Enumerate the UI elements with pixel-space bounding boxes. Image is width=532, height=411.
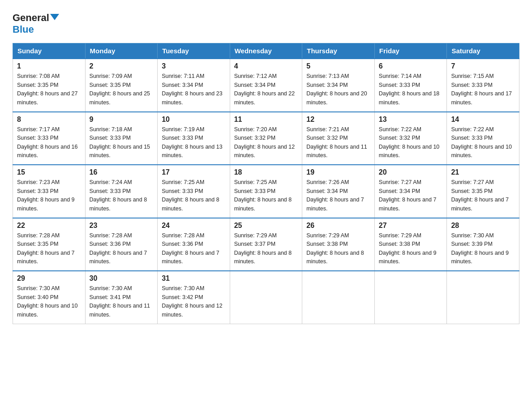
- day-number: 31: [162, 274, 226, 283]
- calendar-header-row: Sunday Monday Tuesday Wednesday Thursday…: [13, 43, 519, 59]
- day-number: 1: [17, 62, 81, 70]
- calendar-cell: 22 Sunrise: 7:28 AMSunset: 3:35 PMDaylig…: [13, 218, 86, 271]
- day-info: Sunrise: 7:08 AMSunset: 3:35 PMDaylight:…: [17, 72, 81, 107]
- day-number: 28: [451, 222, 515, 230]
- calendar-cell: [302, 271, 375, 324]
- calendar-cell: 8 Sunrise: 7:17 AMSunset: 3:33 PMDayligh…: [13, 112, 86, 165]
- day-number: 24: [162, 222, 226, 230]
- day-number: 5: [306, 62, 370, 70]
- day-number: 9: [90, 116, 154, 124]
- logo-text-blue: Blue: [13, 24, 34, 35]
- day-number: 12: [306, 116, 370, 124]
- col-friday: Friday: [374, 43, 447, 59]
- logo-arrow-icon: [50, 14, 59, 20]
- day-info: Sunrise: 7:22 AMSunset: 3:32 PMDaylight:…: [379, 125, 443, 160]
- day-number: 14: [451, 116, 515, 124]
- day-number: 7: [451, 62, 515, 70]
- day-number: 17: [162, 168, 226, 176]
- day-number: 16: [90, 168, 154, 176]
- calendar-week-row-3: 15 Sunrise: 7:23 AMSunset: 3:33 PMDaylig…: [13, 165, 519, 218]
- day-info: Sunrise: 7:28 AMSunset: 3:35 PMDaylight:…: [17, 231, 81, 266]
- day-info: Sunrise: 7:15 AMSunset: 3:33 PMDaylight:…: [451, 72, 515, 107]
- day-info: Sunrise: 7:24 AMSunset: 3:33 PMDaylight:…: [90, 178, 154, 213]
- day-info: Sunrise: 7:29 AMSunset: 3:38 PMDaylight:…: [306, 231, 370, 266]
- day-info: Sunrise: 7:30 AMSunset: 3:40 PMDaylight:…: [17, 284, 81, 319]
- calendar-week-row-1: 1 Sunrise: 7:08 AMSunset: 3:35 PMDayligh…: [13, 59, 519, 112]
- calendar-cell: 16 Sunrise: 7:24 AMSunset: 3:33 PMDaylig…: [85, 165, 158, 218]
- col-wednesday: Wednesday: [230, 43, 302, 59]
- calendar-cell: 19 Sunrise: 7:26 AMSunset: 3:34 PMDaylig…: [302, 165, 375, 218]
- col-thursday: Thursday: [302, 43, 375, 59]
- logo-text-general: General: [13, 13, 49, 23]
- calendar-cell: 24 Sunrise: 7:28 AMSunset: 3:36 PMDaylig…: [158, 218, 230, 271]
- day-number: 11: [234, 116, 298, 124]
- day-number: 30: [90, 274, 154, 283]
- day-info: Sunrise: 7:21 AMSunset: 3:32 PMDaylight:…: [306, 125, 370, 160]
- day-info: Sunrise: 7:29 AMSunset: 3:38 PMDaylight:…: [379, 231, 443, 266]
- calendar-cell: 28 Sunrise: 7:30 AMSunset: 3:39 PMDaylig…: [447, 218, 519, 271]
- day-info: Sunrise: 7:23 AMSunset: 3:33 PMDaylight:…: [17, 178, 81, 213]
- day-info: Sunrise: 7:30 AMSunset: 3:39 PMDaylight:…: [451, 231, 515, 266]
- col-saturday: Saturday: [447, 43, 519, 59]
- calendar-cell: 18 Sunrise: 7:25 AMSunset: 3:33 PMDaylig…: [230, 165, 302, 218]
- calendar-cell: 31 Sunrise: 7:30 AMSunset: 3:42 PMDaylig…: [158, 271, 230, 324]
- day-number: 4: [234, 62, 298, 70]
- day-number: 29: [17, 274, 81, 283]
- calendar-cell: 6 Sunrise: 7:14 AMSunset: 3:33 PMDayligh…: [374, 59, 447, 112]
- day-info: Sunrise: 7:26 AMSunset: 3:34 PMDaylight:…: [306, 178, 370, 213]
- calendar-cell: [374, 271, 447, 324]
- day-number: 2: [90, 62, 154, 70]
- calendar-cell: 7 Sunrise: 7:15 AMSunset: 3:33 PMDayligh…: [447, 59, 519, 112]
- calendar-week-row-5: 29 Sunrise: 7:30 AMSunset: 3:40 PMDaylig…: [13, 271, 519, 324]
- day-info: Sunrise: 7:11 AMSunset: 3:34 PMDaylight:…: [162, 72, 226, 107]
- day-number: 19: [306, 168, 370, 176]
- logo: General Blue: [13, 13, 59, 35]
- day-number: 21: [451, 168, 515, 176]
- day-info: Sunrise: 7:29 AMSunset: 3:37 PMDaylight:…: [234, 231, 298, 266]
- calendar-cell: 27 Sunrise: 7:29 AMSunset: 3:38 PMDaylig…: [374, 218, 447, 271]
- calendar-cell: 14 Sunrise: 7:22 AMSunset: 3:33 PMDaylig…: [447, 112, 519, 165]
- calendar-cell: [447, 271, 519, 324]
- calendar-cell: 3 Sunrise: 7:11 AMSunset: 3:34 PMDayligh…: [158, 59, 230, 112]
- day-number: 25: [234, 222, 298, 230]
- day-info: Sunrise: 7:30 AMSunset: 3:42 PMDaylight:…: [162, 284, 226, 319]
- col-tuesday: Tuesday: [158, 43, 230, 59]
- calendar-cell: 10 Sunrise: 7:19 AMSunset: 3:33 PMDaylig…: [158, 112, 230, 165]
- day-number: 26: [306, 222, 370, 230]
- day-info: Sunrise: 7:14 AMSunset: 3:33 PMDaylight:…: [379, 72, 443, 107]
- day-info: Sunrise: 7:27 AMSunset: 3:35 PMDaylight:…: [451, 178, 515, 213]
- calendar-cell: 17 Sunrise: 7:25 AMSunset: 3:33 PMDaylig…: [158, 165, 230, 218]
- day-number: 6: [379, 62, 443, 70]
- day-number: 27: [379, 222, 443, 230]
- calendar-cell: 13 Sunrise: 7:22 AMSunset: 3:32 PMDaylig…: [374, 112, 447, 165]
- day-info: Sunrise: 7:22 AMSunset: 3:33 PMDaylight:…: [451, 125, 515, 160]
- calendar-cell: 26 Sunrise: 7:29 AMSunset: 3:38 PMDaylig…: [302, 218, 375, 271]
- day-number: 22: [17, 222, 81, 230]
- calendar-cell: 11 Sunrise: 7:20 AMSunset: 3:32 PMDaylig…: [230, 112, 302, 165]
- calendar-cell: 2 Sunrise: 7:09 AMSunset: 3:35 PMDayligh…: [85, 59, 158, 112]
- calendar-table: Sunday Monday Tuesday Wednesday Thursday…: [13, 43, 519, 324]
- day-info: Sunrise: 7:28 AMSunset: 3:36 PMDaylight:…: [90, 231, 154, 266]
- calendar-cell: 4 Sunrise: 7:12 AMSunset: 3:34 PMDayligh…: [230, 59, 302, 112]
- day-info: Sunrise: 7:12 AMSunset: 3:34 PMDaylight:…: [234, 72, 298, 107]
- calendar-cell: 15 Sunrise: 7:23 AMSunset: 3:33 PMDaylig…: [13, 165, 86, 218]
- day-number: 18: [234, 168, 298, 176]
- day-number: 23: [90, 222, 154, 230]
- calendar-cell: 29 Sunrise: 7:30 AMSunset: 3:40 PMDaylig…: [13, 271, 86, 324]
- day-info: Sunrise: 7:25 AMSunset: 3:33 PMDaylight:…: [162, 178, 226, 213]
- day-number: 13: [379, 116, 443, 124]
- day-info: Sunrise: 7:13 AMSunset: 3:34 PMDaylight:…: [306, 72, 370, 107]
- calendar-cell: 5 Sunrise: 7:13 AMSunset: 3:34 PMDayligh…: [302, 59, 375, 112]
- day-number: 3: [162, 62, 226, 70]
- calendar-cell: 12 Sunrise: 7:21 AMSunset: 3:32 PMDaylig…: [302, 112, 375, 165]
- day-info: Sunrise: 7:09 AMSunset: 3:35 PMDaylight:…: [90, 72, 154, 107]
- day-number: 15: [17, 168, 81, 176]
- calendar-cell: 9 Sunrise: 7:18 AMSunset: 3:33 PMDayligh…: [85, 112, 158, 165]
- calendar-week-row-4: 22 Sunrise: 7:28 AMSunset: 3:35 PMDaylig…: [13, 218, 519, 271]
- day-info: Sunrise: 7:25 AMSunset: 3:33 PMDaylight:…: [234, 178, 298, 213]
- calendar-cell: [230, 271, 302, 324]
- calendar-week-row-2: 8 Sunrise: 7:17 AMSunset: 3:33 PMDayligh…: [13, 112, 519, 165]
- day-number: 20: [379, 168, 443, 176]
- calendar-cell: 25 Sunrise: 7:29 AMSunset: 3:37 PMDaylig…: [230, 218, 302, 271]
- calendar-cell: 21 Sunrise: 7:27 AMSunset: 3:35 PMDaylig…: [447, 165, 519, 218]
